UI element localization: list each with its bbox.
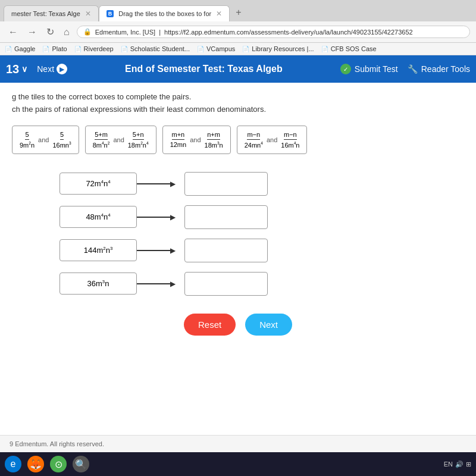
tab-bar: mester Test: Texas Alge ✕ B Drag the til…	[0, 0, 476, 21]
taskbar-right: EN 🔊 ⊞	[444, 461, 471, 468]
bookmark-scholastic[interactable]: 📄 Scholastic Student...	[121, 45, 190, 52]
address-bar: ← → ↻ ⌂ 🔒 Edmentum, Inc. [US] | https://…	[0, 21, 476, 43]
bookmark-riverdeep[interactable]: 📄 Riverdeep	[74, 45, 114, 52]
app-toolbar: 13 ∨ Next ▶ End of Semester Test: Texas …	[0, 55, 476, 83]
url-text: https://f2.app.edmentum.com/assessments-…	[164, 29, 413, 36]
main-content: g the tiles to the correct boxes to comp…	[0, 83, 476, 357]
address-separator: |	[159, 29, 161, 36]
tile-1-frac2: 5 16mn3	[52, 131, 71, 149]
home-button[interactable]: ⌂	[61, 26, 72, 39]
bookmark-library[interactable]: 📄 Library Resources |...	[242, 45, 314, 52]
submit-label: Submit Test	[355, 64, 398, 74]
question-chevron[interactable]: ∨	[21, 64, 27, 74]
vcampus-icon: 📄	[197, 46, 204, 52]
source-box-2[interactable]: 48m4n4	[60, 206, 137, 228]
lang-icon: 🔊	[455, 461, 464, 468]
copyright-text: 9 Edmentum. All rights reserved.	[10, 440, 104, 447]
reader-tools-label: Reader Tools	[421, 64, 470, 74]
drag-row-4: 36m3n	[60, 272, 268, 296]
tile-4-frac1: m−n 24mn4	[245, 131, 263, 149]
tiles-container: 5 9m2n and 5 16mn3 5+m 8m4n2 and 5+n	[12, 126, 464, 154]
tile-3-frac2: n+m 18m3n	[205, 131, 223, 149]
back-button[interactable]: ←	[6, 26, 20, 39]
arrow-3	[137, 246, 184, 255]
lock-icon: 🔒	[83, 28, 92, 36]
tab-1-close[interactable]: ✕	[85, 10, 91, 18]
tab-2-close[interactable]: ✕	[216, 10, 222, 18]
scholastic-icon: 📄	[121, 46, 128, 52]
next-circle-icon: ▶	[57, 64, 67, 74]
tab-2-icon: B	[107, 10, 114, 17]
next-button[interactable]: Next	[245, 314, 292, 336]
target-box-4[interactable]	[184, 272, 268, 296]
target-box-1[interactable]	[184, 172, 268, 196]
bookmark-vcampus[interactable]: 📄 VCampus	[197, 45, 235, 52]
tile-4-frac2: m−n 16m4n	[281, 131, 299, 149]
source-box-3[interactable]: 144m2n3	[60, 239, 137, 261]
tab-1[interactable]: mester Test: Texas Alge ✕	[4, 5, 99, 21]
drag-row-2: 48m4n4	[60, 205, 268, 229]
refresh-button[interactable]: ↻	[44, 25, 57, 39]
target-box-2[interactable]	[184, 205, 268, 229]
bookmark-cfb[interactable]: 📄 CFB SOS Case	[321, 45, 377, 52]
drag-row-1: 72m4n4	[60, 172, 268, 196]
source-box-1[interactable]: 72m4n4	[60, 173, 137, 195]
library-icon: 📄	[242, 46, 249, 52]
source-box-4[interactable]: 36m3n	[60, 273, 137, 295]
plato-label: Plato	[52, 45, 67, 52]
tile-1-frac1: 5 9m2n	[20, 131, 35, 149]
bookmark-plato[interactable]: 📄 Plato	[42, 45, 67, 52]
library-label: Library Resources |...	[252, 45, 314, 52]
drag-area: 72m4n4 48m4n4 144m2n3 36m3n	[12, 172, 464, 296]
toolbar-next-button[interactable]: Next ▶	[37, 64, 67, 74]
instruction-line1: g the tiles to the correct boxes to comp…	[12, 92, 464, 101]
tab-2[interactable]: B Drag the tiles to the boxes to for ✕	[99, 5, 230, 21]
toolbar-next-label: Next	[37, 64, 54, 74]
language-indicator: EN 🔊 ⊞	[444, 461, 471, 468]
tile-2-frac2: 5+n 18m2n4	[128, 131, 149, 149]
riverdeep-icon: 📄	[74, 46, 82, 52]
browser-chrome: mester Test: Texas Alge ✕ B Drag the til…	[0, 0, 476, 55]
forward-button[interactable]: →	[25, 26, 39, 39]
vcampus-label: VCampus	[206, 45, 235, 52]
submit-test-button[interactable]: ✓ Submit Test	[340, 64, 398, 74]
cfb-label: CFB SOS Case	[331, 45, 377, 52]
gaggle-icon: 📄	[5, 46, 12, 52]
arrow-4	[137, 280, 184, 288]
tab-2-label: Drag the tiles to the boxes to for	[118, 10, 211, 17]
button-row: Reset Next	[12, 314, 464, 336]
tile-2[interactable]: 5+m 8m4n2 and 5+n 18m2n4	[85, 126, 156, 154]
instruction-line2: ch the pairs of rational expressions wit…	[12, 105, 464, 114]
cfb-icon: 📄	[321, 46, 328, 52]
reader-tools-button[interactable]: 🔧 Reader Tools	[408, 64, 470, 74]
taskbar-chrome-icon[interactable]: ⊙	[50, 456, 67, 472]
address-input[interactable]: 🔒 Edmentum, Inc. [US] | https://f2.app.e…	[77, 26, 470, 38]
question-number: 13 ∨	[6, 62, 27, 76]
tile-2-frac1: 5+m 8m4n2	[93, 131, 110, 149]
lang-label: EN	[444, 461, 453, 468]
tab-1-label: mester Test: Texas Alge	[11, 10, 80, 17]
page-title: End of Semester Test: Texas Algeb	[77, 64, 331, 74]
riverdeep-label: Riverdeep	[84, 45, 114, 52]
submit-icon: ✓	[340, 64, 351, 74]
bookmark-gaggle[interactable]: 📄 Gaggle	[5, 45, 35, 52]
taskbar-firefox-icon[interactable]: 🦊	[27, 456, 44, 472]
arrow-2	[137, 213, 184, 221]
tile-1[interactable]: 5 9m2n and 5 16mn3	[12, 126, 79, 154]
arrow-1	[137, 180, 184, 188]
scholastic-label: Scholastic Student...	[130, 45, 190, 52]
target-box-3[interactable]	[184, 239, 268, 262]
tile-4[interactable]: m−n 24mn4 and m−n 16m4n	[237, 126, 308, 154]
taskbar-ie-icon[interactable]: e	[5, 456, 21, 472]
taskbar: e 🦊 ⊙ 🔍 EN 🔊 ⊞	[0, 452, 476, 476]
reset-button[interactable]: Reset	[184, 314, 236, 336]
footer: 9 Edmentum. All rights reserved.	[0, 435, 476, 452]
bookmarks-bar: 📄 Gaggle 📄 Plato 📄 Riverdeep 📄 Scholasti…	[0, 43, 476, 55]
new-tab-button[interactable]: +	[230, 4, 247, 21]
tile-3[interactable]: m+n 12mn and n+m 18m3n	[162, 126, 231, 154]
company-label: Edmentum, Inc. [US]	[95, 29, 155, 36]
network-icon: ⊞	[466, 461, 471, 468]
drag-row-3: 144m2n3	[60, 239, 268, 262]
taskbar-search-icon[interactable]: 🔍	[73, 456, 89, 472]
gaggle-label: Gaggle	[14, 45, 35, 52]
